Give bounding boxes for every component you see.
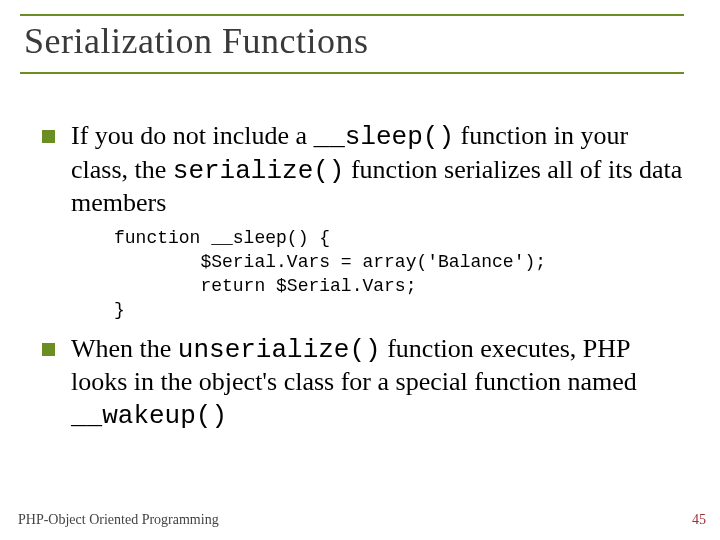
bullet-text: If you do not include a __sleep() functi… xyxy=(71,120,684,220)
code-line: function __sleep() { xyxy=(114,228,330,248)
title-rule-box: Serialization Functions xyxy=(20,14,684,74)
slide-body: If you do not include a __sleep() functi… xyxy=(42,120,684,438)
code-line: } xyxy=(114,300,125,320)
bullet-item: When the unserialize() function executes… xyxy=(42,333,684,433)
slide-title: Serialization Functions xyxy=(24,20,684,62)
bullet-square-icon xyxy=(42,343,55,356)
bullet-square-icon xyxy=(42,130,55,143)
slide: Serialization Functions If you do not in… xyxy=(0,0,720,540)
code-line: return $Serial.Vars; xyxy=(114,276,416,296)
slide-number: 45 xyxy=(692,512,706,528)
footer-left: PHP-Object Oriented Programming xyxy=(18,512,219,528)
bullet-text: When the unserialize() function executes… xyxy=(71,333,684,433)
bullet-item: If you do not include a __sleep() functi… xyxy=(42,120,684,220)
text-run: When the xyxy=(71,334,178,363)
code-run: __wakeup() xyxy=(71,401,227,431)
code-run: unserialize() xyxy=(178,335,381,365)
code-block: function __sleep() { $Serial.Vars = arra… xyxy=(114,226,684,323)
code-run: serialize() xyxy=(173,156,345,186)
code-run: __sleep() xyxy=(314,122,454,152)
text-run: If you do not include a xyxy=(71,121,314,150)
code-line: $Serial.Vars = array('Balance'); xyxy=(114,252,546,272)
